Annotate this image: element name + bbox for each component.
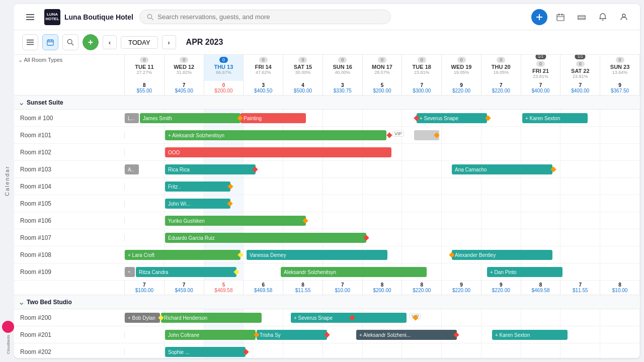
room200-richard-bar[interactable]: Richard Henderson xyxy=(161,313,262,323)
room-103-cells: A.. Rica Rica Ana Camacho xyxy=(125,161,640,177)
room-105-cells: John Wi... xyxy=(125,195,640,212)
room201-trisha-bar[interactable]: Trisha Sy xyxy=(257,330,327,340)
sunset-suite-label-col xyxy=(14,81,125,95)
room107-eduardo-bar[interactable]: Eduardo Garcia Ruiz xyxy=(165,233,366,243)
room201-john-bar[interactable]: John Coltrane xyxy=(165,330,256,340)
svg-point-3 xyxy=(147,14,151,18)
sidebar: Calendar xyxy=(0,0,14,362)
sunset-suite-header: ⌄ Sunset Suite xyxy=(14,96,640,110)
user-icon-btn[interactable] xyxy=(616,9,632,25)
room-101-cells: + Aleksandr Solzhenitsyn VIP xyxy=(125,127,640,143)
search-icon xyxy=(147,14,153,21)
date-thu20: 0THU 2019.05% xyxy=(481,55,521,81)
room201-karen-bar[interactable]: + Karen Sexton xyxy=(492,330,568,340)
room-103-label: Room #103 xyxy=(14,166,125,173)
room200-bob-bar[interactable]: + Bob Dylan xyxy=(125,313,160,323)
room-108-label: Room #108 xyxy=(14,251,125,258)
svg-rect-1 xyxy=(26,17,34,18)
room200-severus-bar[interactable]: + Severus Snape xyxy=(291,313,407,323)
search-bar[interactable] xyxy=(139,10,391,24)
room103-ana-bar[interactable]: Ana Camacho xyxy=(452,164,552,174)
navbar-icons xyxy=(531,9,632,25)
room-102-label: Room #102 xyxy=(14,149,125,156)
room109-dan-bar[interactable]: + Dan Pinto xyxy=(487,267,562,277)
room-200-row: Room #200 + Bob Dylan xyxy=(14,309,640,326)
room-202-label: Room #202 xyxy=(14,348,125,355)
room100-karen-bar[interactable]: + Karen Sexton xyxy=(522,113,588,123)
svg-rect-2 xyxy=(26,19,34,20)
prev-btn[interactable]: ‹ xyxy=(103,35,117,49)
room-107-row: Room #107 Eduardo Garcia Ruiz xyxy=(14,229,640,246)
room104-fritz-bar[interactable]: Fritz . xyxy=(165,182,230,192)
room103-a-bar[interactable]: A.. xyxy=(125,164,139,174)
date-tue18: 0TUE 1823.81% xyxy=(402,55,442,81)
room202-sophie-bar[interactable]: Sophie ... xyxy=(165,347,246,357)
svg-point-22 xyxy=(67,39,72,44)
room-106-row: Room #106 Yuriko Gushiken xyxy=(14,212,640,229)
user-icon xyxy=(620,13,628,21)
room-100-label: Room # 100 xyxy=(14,115,125,122)
room100-painting-bar[interactable]: Painting xyxy=(240,113,306,123)
search-btn[interactable] xyxy=(62,34,78,50)
add-reservation-btn[interactable] xyxy=(83,34,99,50)
calendar-grid: ⌄ All Room Types 0TUE 1127.27% 0WED 1231… xyxy=(14,55,640,358)
room100-james-bar[interactable]: James Smith xyxy=(140,113,240,123)
date-sat15: 0SAT 1530.00% xyxy=(283,55,323,81)
room100-l-bar[interactable]: L... xyxy=(125,113,139,123)
room-101-label: Room #101 xyxy=(14,132,125,139)
room-104-label: Room #104 xyxy=(14,183,125,190)
room109-ritza-bar[interactable]: Ritza Candra xyxy=(136,267,236,277)
calendar-icon-btn[interactable] xyxy=(552,9,569,25)
svg-rect-17 xyxy=(27,44,34,45)
room-100-row: Room # 100 xyxy=(14,110,640,127)
list-view-btn[interactable] xyxy=(22,34,38,50)
next-btn[interactable]: › xyxy=(162,35,176,49)
svg-line-23 xyxy=(71,43,73,45)
calendar-area[interactable]: ⌄ All Room Types 0TUE 1127.27% 0WED 1231… xyxy=(14,55,640,358)
room-106-cells: Yuriko Gushiken xyxy=(125,212,640,229)
tbs-stats-row: 7$100.00 7$459.00 5$469.58 6$469.58 8$11… xyxy=(14,281,640,295)
room-107-cells: Eduardo Garcia Ruiz xyxy=(125,229,640,246)
svg-rect-7 xyxy=(557,15,564,21)
date-sun23: 0SUN 2313.64% xyxy=(600,55,640,81)
add-button[interactable] xyxy=(531,9,547,25)
hotel-name: Luna Boutique Hotel xyxy=(64,13,133,21)
search-input[interactable] xyxy=(157,13,383,21)
room108-alexander-bar[interactable]: Alexander Bentley xyxy=(452,250,552,260)
navbar: LUNAHOTEL Luna Boutique Hotel xyxy=(14,4,640,30)
bed-icon xyxy=(578,13,586,21)
sunset-suite-label: Sunset Suite xyxy=(27,99,63,106)
room-104-cells: Fritz . xyxy=(125,178,640,195)
room-200-label: Room #200 xyxy=(14,314,125,321)
room-202-cells: Sophie ... xyxy=(125,343,640,358)
room101-aleks-bar[interactable]: + Aleksandr Solzhenitsyn xyxy=(165,130,386,140)
room109-aleksandr-bar[interactable]: Aleksandr Solzhenitsyn xyxy=(281,267,427,277)
room-202-row: Room #202 Sophie ... xyxy=(14,343,640,358)
room-107-label: Room #107 xyxy=(14,234,125,241)
room-102-cells: OOO xyxy=(125,144,640,160)
menu-button[interactable] xyxy=(22,9,38,25)
room105-john-bar[interactable]: John Wi... xyxy=(165,199,230,209)
vip-badge-101: VIP xyxy=(392,131,404,137)
svg-rect-0 xyxy=(26,14,34,15)
room103-rica-bar[interactable]: Rica Rica xyxy=(165,164,256,174)
main-container: LUNAHOTEL Luna Boutique Hotel xyxy=(14,4,640,358)
room-105-label: Room #105 xyxy=(14,200,125,207)
room100-severus-bar[interactable]: + Severus Snape xyxy=(417,113,487,123)
room106-yuriko-bar[interactable]: Yuriko Gushiken xyxy=(165,216,306,226)
bed-icon-btn[interactable] xyxy=(574,9,590,25)
calendar-view-btn[interactable] xyxy=(42,34,58,50)
room109-plus-bar[interactable]: +. xyxy=(125,267,135,277)
room-102-row: Room #102 OOO xyxy=(14,144,640,161)
bell-icon-btn[interactable] xyxy=(595,9,611,25)
room108-lara-bar[interactable]: + Lara Croft xyxy=(125,250,240,260)
date-wed12: 0WED 1231.82% xyxy=(165,55,204,81)
room102-ooo-bar[interactable]: OOO xyxy=(165,147,391,157)
today-btn[interactable]: TODAY xyxy=(121,36,158,49)
room108-vanessa-bar[interactable]: Vanessa Demey xyxy=(247,250,387,260)
room201-aleks2-bar[interactable]: + Aleksandr Solzheni... xyxy=(356,330,457,340)
room-108-cells: + Lara Croft Vanessa Demey Alexander Ben… xyxy=(125,246,640,263)
svg-line-4 xyxy=(151,18,153,20)
svg-rect-15 xyxy=(27,40,34,41)
room-109-cells: +. Ritza Candra Aleksandr Solzhenitsyn +… xyxy=(125,263,640,280)
